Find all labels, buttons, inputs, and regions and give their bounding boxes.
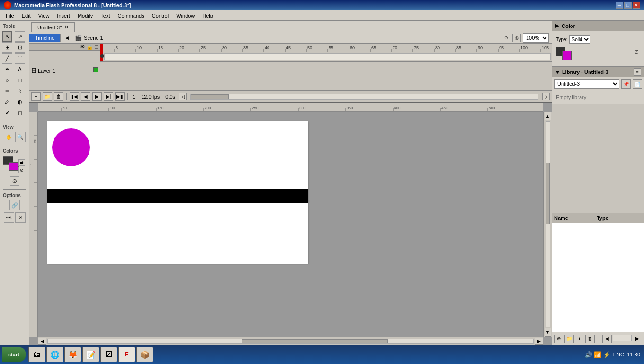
tool-paint-bucket[interactable]: ◐: [15, 97, 25, 107]
onion-skin-btn[interactable]: ⊙: [502, 34, 510, 42]
no-color-btn[interactable]: ∅: [10, 176, 19, 186]
menu-text[interactable]: Text: [97, 12, 114, 19]
straighten-btn[interactable]: -S: [15, 212, 26, 223]
vscroll-thumb[interactable]: [546, 163, 550, 224]
tool-arrow[interactable]: ↖: [2, 31, 12, 42]
library-options-btn[interactable]: ≡: [634, 68, 641, 76]
footer-divider2: [127, 93, 128, 100]
color-type-select[interactable]: Solid: [569, 35, 590, 44]
play-btn[interactable]: ▮◀: [70, 92, 79, 101]
scroll-left-arrow[interactable]: ◀: [38, 338, 46, 345]
tool-eyedropper[interactable]: ✔: [2, 108, 12, 118]
step-back-btn[interactable]: ◀: [81, 92, 90, 101]
tool-pencil[interactable]: ✏: [2, 86, 12, 96]
stage-vscroll[interactable]: ▲ ▼: [543, 112, 552, 337]
zoom-select[interactable]: 100% 50% 25% 200%: [523, 33, 549, 43]
timeline-scroll[interactable]: [190, 94, 538, 100]
lib-next-btn[interactable]: ▶: [633, 335, 642, 343]
timeline-controls: ◀: [63, 34, 71, 42]
onion-skin-outlines-btn[interactable]: ◎: [512, 34, 521, 42]
layer-1-outline[interactable]: [93, 67, 98, 72]
scroll-right-arrow[interactable]: ▶: [535, 338, 543, 345]
lib-new-folder-btn[interactable]: 📁: [564, 335, 574, 343]
close-doc-btn[interactable]: ✕: [64, 24, 69, 30]
tool-text[interactable]: A: [15, 64, 25, 74]
tool-gradient-transform[interactable]: ⊡: [15, 42, 25, 53]
tool-lasso[interactable]: ⌒: [15, 53, 25, 64]
swap-colors-btn[interactable]: ⇄: [18, 159, 25, 166]
tool-zoom[interactable]: 🔍: [15, 132, 26, 142]
default-colors-btn[interactable]: ⊙: [18, 167, 25, 173]
tool-eraser[interactable]: ◻: [15, 108, 25, 118]
scroll-up-arrow[interactable]: ▲: [545, 112, 551, 120]
taskbar-app-firefox[interactable]: 🦊: [64, 347, 81, 362]
layer-1-lock[interactable]: ·: [86, 67, 92, 74]
svg-text:60: 60: [350, 46, 355, 50]
hscroll-thumb[interactable]: [242, 339, 388, 343]
menu-help[interactable]: Help: [198, 12, 217, 19]
color-swatch-row: ∅: [554, 47, 642, 56]
menu-control[interactable]: Control: [148, 12, 172, 19]
tool-ink-bottle[interactable]: 🖊: [2, 97, 12, 107]
maximize-button[interactable]: □: [624, 2, 632, 9]
circle-shape[interactable]: [52, 128, 90, 166]
play-pause-btn[interactable]: ▶: [92, 92, 102, 101]
tool-rect[interactable]: □: [15, 75, 25, 85]
scroll-right-btn[interactable]: ▷: [542, 93, 550, 100]
taskbar-app-img[interactable]: 🖼: [100, 347, 117, 362]
fill-color-btn[interactable]: [562, 51, 572, 60]
tool-oval[interactable]: ○: [2, 75, 12, 85]
snap-option-btn[interactable]: 🔗: [9, 200, 20, 210]
end-btn[interactable]: ▶▮: [115, 92, 125, 101]
tool-line[interactable]: ╱: [2, 53, 12, 64]
rect-shape[interactable]: [47, 189, 308, 203]
close-button[interactable]: ✕: [633, 2, 640, 9]
tool-hand[interactable]: ✋: [4, 132, 14, 142]
add-layer-btn[interactable]: +: [31, 92, 41, 101]
smooth-btn[interactable]: ~S: [4, 212, 14, 223]
doc-tab-untitled3[interactable]: Untitled-3* ✕: [31, 22, 75, 32]
taskbar-app-file[interactable]: 🗂: [28, 347, 45, 362]
library-dropdown[interactable]: Untitled-3: [554, 79, 619, 89]
menu-modify[interactable]: Modify: [74, 12, 97, 19]
timeline-scroll-thumb[interactable]: [191, 94, 229, 99]
lib-scroll[interactable]: [613, 335, 632, 341]
lib-props-btn[interactable]: ℹ: [575, 335, 584, 343]
delete-layer-btn[interactable]: 🗑: [54, 92, 63, 101]
stage-hscroll[interactable]: ◀ ▶: [38, 337, 543, 345]
fill-color-swatch[interactable]: [9, 162, 19, 171]
tool-subselect[interactable]: ↗: [15, 31, 25, 42]
library-new-btn[interactable]: 📄: [633, 79, 642, 89]
tool-free-transform[interactable]: ⊞: [2, 42, 12, 53]
stage-area[interactable]: 50 100 150 200 250 300 350 400 4: [29, 103, 552, 345]
add-layer-folder-btn[interactable]: 📁: [43, 92, 52, 101]
menu-edit[interactable]: Edit: [18, 12, 35, 19]
lib-delete-btn[interactable]: 🗑: [585, 335, 595, 343]
loop-btn[interactable]: ◁: [179, 93, 187, 100]
timeline-nav-back[interactable]: ◀: [63, 34, 71, 42]
hscroll-track[interactable]: [47, 339, 534, 344]
vscroll-track[interactable]: [546, 121, 550, 327]
timeline-tab[interactable]: Timeline: [29, 34, 61, 42]
menu-commands[interactable]: Commands: [114, 12, 148, 19]
no-paint-btn[interactable]: ∅: [633, 48, 640, 55]
taskbar-app-browser[interactable]: 🌐: [46, 347, 63, 362]
step-forward-btn[interactable]: ▶|: [104, 92, 113, 101]
menu-window[interactable]: Window: [172, 12, 198, 19]
minimize-button[interactable]: ─: [616, 2, 623, 9]
start-button[interactable]: start: [2, 347, 26, 362]
taskbar-app-flash[interactable]: F: [118, 347, 135, 362]
lib-prev-btn[interactable]: ◀: [602, 335, 612, 343]
menu-file[interactable]: File: [2, 12, 18, 19]
taskbar-app-word[interactable]: 📝: [82, 347, 99, 362]
taskbar-app-pkg[interactable]: 📦: [136, 347, 153, 362]
menu-view[interactable]: View: [35, 12, 54, 19]
lib-new-symbol-btn[interactable]: ⊕: [554, 335, 564, 343]
library-pin-btn[interactable]: 📌: [621, 79, 631, 89]
menu-insert[interactable]: Insert: [53, 12, 74, 19]
stage-canvas[interactable]: [47, 121, 308, 264]
tool-pen[interactable]: ✒: [2, 64, 12, 74]
layer-1-visible[interactable]: ·: [78, 67, 85, 74]
tool-brush[interactable]: ⌇: [15, 86, 25, 96]
scroll-down-arrow[interactable]: ▼: [545, 328, 551, 337]
